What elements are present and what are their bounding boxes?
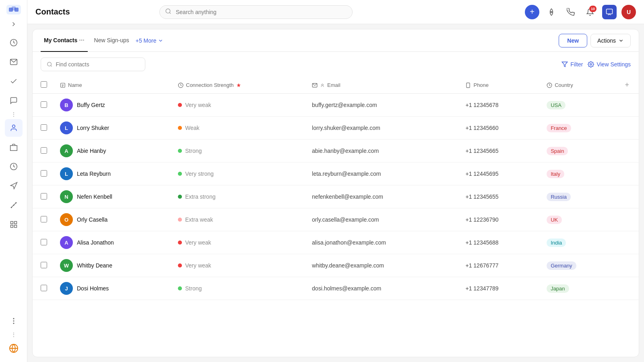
contact-email-cell[interactable]: dosi.holmes@example.com bbox=[305, 277, 459, 300]
contact-avatar: B bbox=[60, 99, 73, 111]
country-badge: Russia bbox=[547, 193, 571, 201]
contact-country-cell: Italy bbox=[540, 162, 615, 185]
th-email-label: Email bbox=[327, 82, 341, 88]
find-contacts-input[interactable] bbox=[56, 61, 139, 68]
th-add-column[interactable]: + bbox=[615, 77, 639, 94]
contact-extra-cell bbox=[615, 208, 639, 231]
country-badge: Germany bbox=[547, 261, 576, 270]
tab-more[interactable]: +5 More bbox=[136, 37, 164, 44]
th-country[interactable]: Country bbox=[540, 77, 615, 94]
sidebar-item-companies[interactable] bbox=[5, 138, 23, 156]
select-all-checkbox[interactable] bbox=[41, 81, 47, 88]
row-checkbox-0[interactable] bbox=[41, 101, 47, 108]
row-checkbox-4[interactable] bbox=[41, 193, 47, 200]
sidebar-item-marketing[interactable] bbox=[5, 177, 23, 195]
svg-point-17 bbox=[13, 323, 14, 324]
phone-icon-btn[interactable] bbox=[564, 5, 578, 19]
contact-name-cell: B Buffy Gertz bbox=[54, 94, 171, 117]
sidebar-item-mail[interactable] bbox=[5, 53, 23, 71]
row-checkbox-cell bbox=[33, 277, 54, 300]
contact-name[interactable]: Buffy Gertz bbox=[77, 102, 105, 108]
contact-country-cell: Russia bbox=[540, 185, 615, 208]
view-settings-button[interactable]: View Settings bbox=[588, 61, 631, 68]
svg-line-20 bbox=[169, 12, 171, 14]
strength-label: Extra strong bbox=[185, 193, 215, 200]
row-checkbox-8[interactable] bbox=[41, 285, 47, 291]
contact-extra-cell bbox=[615, 185, 639, 208]
find-contacts-box[interactable] bbox=[41, 58, 145, 71]
svg-point-23 bbox=[47, 62, 52, 66]
filter-button[interactable]: Filter bbox=[561, 61, 583, 68]
row-checkbox-1[interactable] bbox=[41, 124, 47, 131]
contact-name[interactable]: Whitby Deane bbox=[77, 262, 112, 269]
contact-country-cell: Japan bbox=[540, 277, 615, 300]
contact-avatar: J bbox=[60, 282, 73, 295]
contact-email-cell[interactable]: alisa.jonathon@example.com bbox=[305, 231, 459, 254]
contact-extra-cell bbox=[615, 277, 639, 300]
new-button[interactable]: New bbox=[559, 34, 587, 47]
contacts-table: Name Connection Strength bbox=[33, 77, 639, 300]
strength-dot bbox=[178, 103, 182, 107]
contact-email-cell[interactable]: abie.hanby@example.com bbox=[305, 140, 459, 162]
contact-email-cell[interactable]: lorry.shuker@example.com bbox=[305, 117, 459, 140]
sidebar-toggle[interactable] bbox=[9, 19, 19, 29]
row-checkbox-3[interactable] bbox=[41, 170, 47, 177]
row-checkbox-7[interactable] bbox=[41, 262, 47, 268]
tab-my-contacts-dots[interactable]: ··· bbox=[79, 37, 84, 44]
sidebar-item-more-bottom[interactable] bbox=[5, 312, 23, 330]
contact-email-cell[interactable]: buffy.gertz@example.com bbox=[305, 94, 459, 117]
svg-rect-11 bbox=[10, 222, 13, 224]
sidebar-item-dashboard[interactable] bbox=[5, 34, 23, 51]
country-badge: Italy bbox=[547, 170, 564, 178]
contact-name[interactable]: Lorry Shuker bbox=[77, 125, 109, 131]
sidebar-item-analytics[interactable] bbox=[5, 196, 23, 214]
contact-email-cell[interactable]: leta.reyburn@example.com bbox=[305, 162, 459, 185]
sidebar-item-globe[interactable] bbox=[5, 339, 23, 357]
th-strength-label: Connection Strength bbox=[186, 82, 234, 88]
contact-name[interactable]: Abie Hanby bbox=[77, 148, 106, 154]
sidebar-item-chat[interactable] bbox=[5, 92, 23, 109]
tab-my-contacts[interactable]: My Contacts ··· bbox=[41, 29, 88, 52]
add-column-btn[interactable]: + bbox=[621, 81, 632, 89]
sidebar-item-tasks[interactable] bbox=[5, 72, 23, 90]
svg-rect-2 bbox=[14, 8, 19, 12]
contact-name-cell: W Whitby Deane bbox=[54, 254, 171, 277]
th-name[interactable]: Name bbox=[54, 77, 171, 94]
search-icon bbox=[165, 8, 171, 16]
contact-name[interactable]: Nefen Kenbell bbox=[77, 193, 112, 200]
strength-dot bbox=[178, 172, 182, 176]
tab-new-signups[interactable]: New Sign-ups bbox=[91, 29, 132, 52]
contact-name-cell: L Leta Reyburn bbox=[54, 162, 171, 185]
rocket-icon-btn[interactable] bbox=[544, 5, 559, 19]
logo[interactable] bbox=[6, 5, 21, 14]
th-email[interactable]: Email bbox=[305, 77, 459, 94]
user-avatar[interactable]: U bbox=[621, 5, 636, 19]
contact-email-cell[interactable]: orly.casella@example.com bbox=[305, 208, 459, 231]
sidebar-item-contacts[interactable] bbox=[5, 119, 23, 137]
row-checkbox-6[interactable] bbox=[41, 239, 47, 245]
sidebar-item-segments[interactable] bbox=[5, 216, 23, 233]
contact-name[interactable]: Leta Reyburn bbox=[77, 171, 111, 177]
contact-email-cell[interactable]: whitby.deane@example.com bbox=[305, 254, 459, 277]
row-checkbox-5[interactable] bbox=[41, 216, 47, 222]
sidebar-item-revenue[interactable] bbox=[5, 158, 23, 175]
country-badge: Japan bbox=[547, 284, 569, 293]
row-checkbox-2[interactable] bbox=[41, 147, 47, 154]
email-col-icon bbox=[312, 82, 318, 88]
contact-phone-cell: +1 12347789 bbox=[459, 277, 540, 300]
actions-button[interactable]: Actions bbox=[590, 34, 631, 47]
contact-name[interactable]: Alisa Jonathon bbox=[77, 239, 114, 246]
search-input[interactable] bbox=[159, 5, 353, 19]
th-connection-strength[interactable]: Connection Strength bbox=[171, 77, 305, 94]
row-checkbox-cell bbox=[33, 94, 54, 117]
add-button[interactable]: + bbox=[525, 5, 539, 19]
tabs-bar: My Contacts ··· New Sign-ups +5 More New… bbox=[33, 29, 639, 52]
contact-name[interactable]: Dosi Holmes bbox=[77, 285, 109, 292]
strength-dot bbox=[178, 218, 182, 222]
contact-name[interactable]: Orly Casella bbox=[77, 216, 107, 223]
th-phone[interactable]: Phone bbox=[459, 77, 540, 94]
notifications-icon-btn[interactable]: 10 bbox=[583, 5, 597, 19]
contact-email-cell[interactable]: nefenkenbell@example.com bbox=[305, 185, 459, 208]
chat-avatar[interactable] bbox=[602, 5, 617, 19]
table-row: O Orly Casella Extra weak orly.casella@e… bbox=[33, 208, 639, 231]
